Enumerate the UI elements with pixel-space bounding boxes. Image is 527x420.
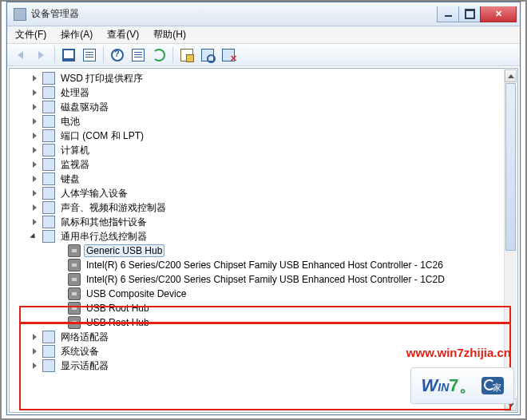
- menu-file[interactable]: 文件(F): [12, 26, 50, 43]
- show-hide-tree-button[interactable]: [59, 46, 78, 64]
- tree-item-label: 人体学输入设备: [58, 186, 130, 201]
- forward-button[interactable]: [31, 46, 50, 64]
- tree-branch[interactable]: 电池: [10, 114, 504, 129]
- chevron-down-icon: [30, 232, 37, 240]
- expand-toggle[interactable]: [30, 117, 39, 126]
- tree-leaf[interactable]: USB Composite Device: [10, 287, 504, 301]
- tree-branch[interactable]: 声音、视频和游戏控制器: [10, 200, 504, 215]
- vertical-scrollbar[interactable]: [504, 69, 517, 411]
- menu-help[interactable]: 帮助(H): [150, 26, 189, 43]
- collapse-toggle[interactable]: [30, 232, 39, 241]
- chevron-right-icon: [33, 104, 37, 110]
- tree-item-label: USB Root Hub: [84, 302, 152, 315]
- expand-toggle[interactable]: [30, 88, 39, 97]
- expand-toggle[interactable]: [30, 188, 39, 198]
- tree-item-label: 声音、视频和游戏控制器: [58, 200, 168, 216]
- chevron-right-icon: [33, 118, 37, 125]
- tree-leaf[interactable]: USB Root Hub: [10, 301, 504, 315]
- chevron-right-icon: [33, 219, 37, 225]
- arrow-right-icon: [38, 51, 44, 59]
- win7-logo: WIN7。: [410, 367, 514, 404]
- tree-branch[interactable]: 端口 (COM 和 LPT): [10, 129, 504, 143]
- device-category-icon: [42, 345, 55, 358]
- close-button[interactable]: [480, 6, 517, 22]
- menu-action[interactable]: 操作(A): [57, 26, 96, 43]
- tree-branch[interactable]: 键盘: [10, 172, 504, 186]
- properties-button-2[interactable]: [129, 46, 148, 64]
- triangle-up-icon: [508, 74, 514, 78]
- expand-toggle[interactable]: [30, 145, 39, 155]
- back-button[interactable]: [10, 46, 30, 64]
- logo-char-w: W: [421, 375, 438, 395]
- tree-leaf[interactable]: Intel(R) 6 Series/C200 Series Chipset Fa…: [10, 258, 504, 272]
- no-toggle: [55, 289, 65, 299]
- expand-toggle[interactable]: [30, 131, 39, 141]
- usb-device-icon: [68, 273, 81, 286]
- expand-toggle[interactable]: [30, 361, 39, 370]
- expand-toggle[interactable]: [30, 332, 39, 342]
- tree-leaf[interactable]: Generic USB Hub: [10, 244, 504, 258]
- tree-branch[interactable]: 通用串行总线控制器: [10, 229, 504, 244]
- device-category-icon: [42, 201, 55, 214]
- chevron-right-icon: [33, 204, 37, 211]
- tree-item-label: 通用串行总线控制器: [58, 229, 149, 244]
- tree-branch[interactable]: 磁盘驱动器: [10, 100, 504, 114]
- list-icon: [132, 49, 145, 61]
- expand-toggle[interactable]: [30, 217, 39, 227]
- scan-icon: [201, 49, 214, 61]
- watermark-url: www.win7zhijia.cn: [406, 346, 511, 359]
- expand-toggle[interactable]: [30, 73, 39, 83]
- toolbar-separator: [54, 47, 55, 63]
- device-category-icon: [42, 101, 55, 113]
- tree-leaf[interactable]: Intel(R) 6 Series/C200 Series Chipset Fa…: [10, 272, 504, 287]
- tree-leaf[interactable]: USB Root Hub: [10, 315, 504, 330]
- menu-view[interactable]: 查看(V): [104, 26, 142, 43]
- chevron-right-icon: [33, 190, 37, 196]
- usb-device-icon: [68, 244, 81, 257]
- usb-device-icon: [68, 316, 81, 329]
- tree-item-label: 键盘: [58, 172, 82, 187]
- refresh-icon: [153, 49, 165, 61]
- tree-item-label: 磁盘驱动器: [58, 100, 111, 115]
- expand-toggle[interactable]: [30, 174, 39, 184]
- properties-button-1[interactable]: [80, 46, 99, 64]
- logo-char-7: 7: [449, 375, 458, 395]
- scroll-up-button[interactable]: [505, 69, 517, 82]
- scan-hardware-button[interactable]: [198, 46, 217, 64]
- expand-toggle[interactable]: [30, 160, 39, 169]
- chevron-right-icon: [33, 363, 37, 369]
- expand-toggle[interactable]: [30, 102, 39, 112]
- uninstall-button[interactable]: [219, 46, 238, 64]
- tree-item-label: Intel(R) 6 Series/C200 Series Chipset Fa…: [84, 273, 447, 286]
- maximize-button[interactable]: [458, 6, 481, 22]
- expand-toggle[interactable]: [30, 347, 39, 356]
- tree-branch[interactable]: 计算机: [10, 143, 504, 157]
- tree-branch[interactable]: 网络适配器: [10, 330, 504, 344]
- tree-branch[interactable]: 监视器: [10, 157, 504, 172]
- tree-branch[interactable]: WSD 打印提供程序: [10, 71, 504, 85]
- tree-branch[interactable]: 人体学输入设备: [10, 186, 504, 200]
- device-category-icon: [42, 187, 55, 200]
- properties-icon: [83, 49, 96, 61]
- update-driver-button[interactable]: [177, 46, 196, 64]
- device-tree[interactable]: WSD 打印提供程序处理器磁盘驱动器电池端口 (COM 和 LPT)计算机监视器…: [10, 69, 504, 411]
- tree-item-label: 电池: [58, 114, 82, 129]
- titlebar[interactable]: 设备管理器: [7, 2, 520, 26]
- tree-item-label: 计算机: [58, 143, 92, 158]
- usb-device-icon: [68, 302, 81, 315]
- uninstall-icon: [222, 49, 235, 61]
- tree-item-label: Generic USB Hub: [84, 244, 164, 257]
- expand-toggle[interactable]: [30, 203, 39, 212]
- chevron-right-icon: [33, 161, 37, 168]
- device-category-icon: [42, 115, 55, 128]
- help-button[interactable]: [108, 46, 127, 64]
- scroll-thumb[interactable]: [505, 83, 516, 251]
- refresh-button[interactable]: [149, 46, 168, 64]
- logo-char-dot: 。: [459, 375, 477, 395]
- tree-branch[interactable]: 处理器: [10, 85, 504, 100]
- no-toggle: [55, 246, 65, 256]
- minimize-button[interactable]: [437, 6, 459, 22]
- tree-item-label: 系统设备: [58, 344, 101, 359]
- tree-branch[interactable]: 鼠标和其他指针设备: [10, 215, 504, 229]
- device-category-icon: [42, 172, 55, 185]
